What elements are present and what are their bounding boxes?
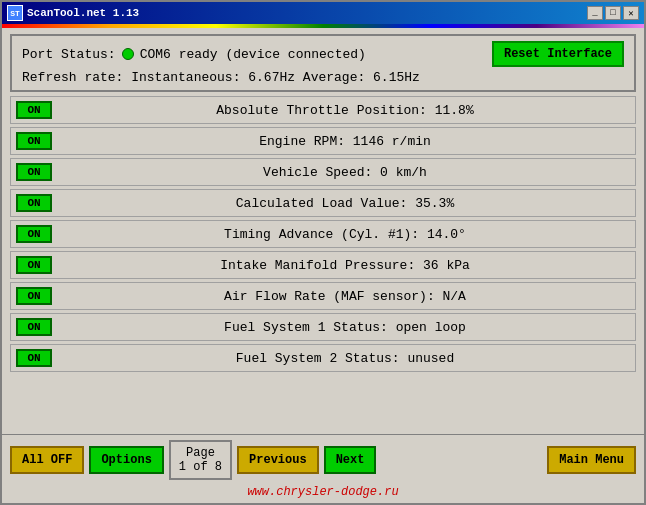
sensor-row: ON Timing Advance (Cyl. #1): 14.0° — [10, 220, 636, 248]
watermark-text: www.chrysler-dodge.ru — [247, 485, 398, 499]
sensor-2-label: Vehicle Speed: 0 km/h — [60, 165, 630, 180]
sensor-3-label: Calculated Load Value: 35.3% — [60, 196, 630, 211]
sensor-row: ON Fuel System 2 Status: unused — [10, 344, 636, 372]
main-window: ST ScanTool.net 1.13 _ □ ✕ Port Status: … — [0, 0, 646, 505]
sensor-2-toggle[interactable]: ON — [16, 163, 52, 181]
sensor-row: ON Engine RPM: 1146 r/min — [10, 127, 636, 155]
port-text: COM6 ready (device connected) — [140, 47, 366, 62]
page-line2: 1 of 8 — [179, 460, 222, 474]
sensor-0-label: Absolute Throttle Position: 11.8% — [60, 103, 630, 118]
sensor-5-label: Intake Manifold Pressure: 36 kPa — [60, 258, 630, 273]
sensor-row: ON Absolute Throttle Position: 11.8% — [10, 96, 636, 124]
title-bar: ST ScanTool.net 1.13 _ □ ✕ — [2, 2, 644, 24]
page-line1: Page — [179, 446, 222, 460]
sensor-4-toggle[interactable]: ON — [16, 225, 52, 243]
sensor-6-label: Air Flow Rate (MAF sensor): N/A — [60, 289, 630, 304]
next-button[interactable]: Next — [324, 446, 377, 474]
main-menu-button[interactable]: Main Menu — [547, 446, 636, 474]
port-label: Port Status: — [22, 47, 116, 62]
sensor-row: ON Vehicle Speed: 0 km/h — [10, 158, 636, 186]
sensor-6-toggle[interactable]: ON — [16, 287, 52, 305]
main-content: Port Status: COM6 ready (device connecte… — [2, 28, 644, 434]
watermark: www.chrysler-dodge.ru — [2, 485, 644, 503]
options-button[interactable]: Options — [89, 446, 163, 474]
sensor-7-toggle[interactable]: ON — [16, 318, 52, 336]
bottom-bar: All OFF Options Page 1 of 8 Previous Nex… — [2, 434, 644, 485]
previous-button[interactable]: Previous — [237, 446, 319, 474]
sensor-5-toggle[interactable]: ON — [16, 256, 52, 274]
status-indicator — [122, 48, 134, 60]
reset-interface-button[interactable]: Reset Interface — [492, 41, 624, 67]
sensor-7-label: Fuel System 1 Status: open loop — [60, 320, 630, 335]
sensor-1-label: Engine RPM: 1146 r/min — [60, 134, 630, 149]
port-status-row: Port Status: COM6 ready (device connecte… — [22, 41, 624, 67]
app-icon: ST — [7, 5, 23, 21]
sensor-0-toggle[interactable]: ON — [16, 101, 52, 119]
all-off-button[interactable]: All OFF — [10, 446, 84, 474]
page-indicator: Page 1 of 8 — [169, 440, 232, 480]
sensor-4-label: Timing Advance (Cyl. #1): 14.0° — [60, 227, 630, 242]
sensor-row: ON Intake Manifold Pressure: 36 kPa — [10, 251, 636, 279]
sensor-3-toggle[interactable]: ON — [16, 194, 52, 212]
minimize-button[interactable]: _ — [587, 6, 603, 20]
sensor-1-toggle[interactable]: ON — [16, 132, 52, 150]
refresh-text: Refresh rate: Instantaneous: 6.67Hz Aver… — [22, 70, 420, 85]
sensor-8-toggle[interactable]: ON — [16, 349, 52, 367]
maximize-button[interactable]: □ — [605, 6, 621, 20]
window-title: ScanTool.net 1.13 — [27, 7, 139, 19]
sensor-row: ON Calculated Load Value: 35.3% — [10, 189, 636, 217]
status-box: Port Status: COM6 ready (device connecte… — [10, 34, 636, 92]
sensor-row: ON Fuel System 1 Status: open loop — [10, 313, 636, 341]
title-bar-left: ST ScanTool.net 1.13 — [7, 5, 139, 21]
title-bar-controls: _ □ ✕ — [587, 6, 639, 20]
close-button[interactable]: ✕ — [623, 6, 639, 20]
refresh-rate-row: Refresh rate: Instantaneous: 6.67Hz Aver… — [22, 70, 624, 85]
sensor-list: ON Absolute Throttle Position: 11.8% ON … — [10, 96, 636, 372]
sensor-row: ON Air Flow Rate (MAF sensor): N/A — [10, 282, 636, 310]
sensor-8-label: Fuel System 2 Status: unused — [60, 351, 630, 366]
